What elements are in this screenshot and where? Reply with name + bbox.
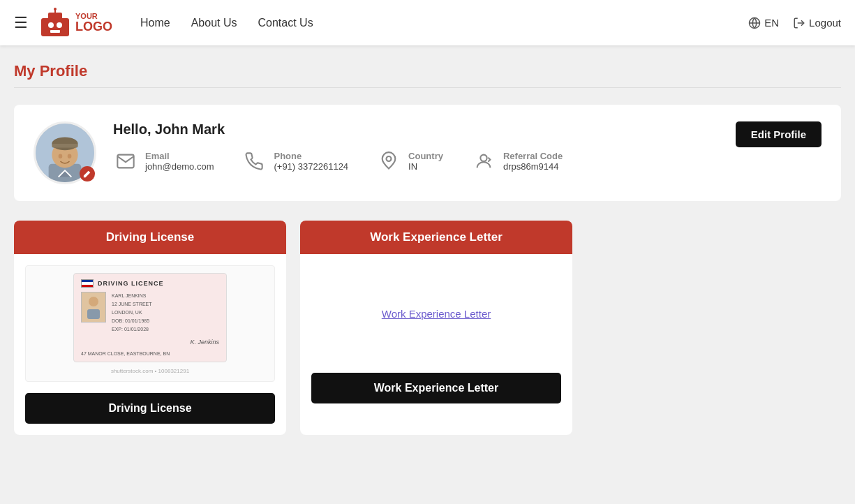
phone-label: Phone (274, 151, 348, 161)
dl-title: DRIVING LICENCE (98, 280, 164, 287)
profile-details: Email john@demo.com Phone (+91) 33722611… (113, 149, 821, 174)
svg-rect-4 (50, 30, 60, 33)
email-detail: Email john@demo.com (113, 149, 241, 174)
svg-point-2 (48, 22, 54, 28)
email-icon (113, 149, 138, 174)
page-title: My Profile (14, 62, 841, 80)
driving-license-body: DRIVING LICENCE KARL JENKINS (14, 254, 286, 393)
work-experience-link[interactable]: Work Experience Letter (382, 308, 491, 320)
doc-cards-row: Driving License DRIVING LICENCE (14, 221, 841, 435)
svg-point-17 (387, 156, 392, 161)
work-experience-button[interactable]: Work Experience Letter (311, 373, 561, 403)
work-experience-card: Work Experience Letter Work Experience L… (300, 221, 572, 435)
driving-license-card: Driving License DRIVING LICENCE (14, 221, 286, 435)
country-icon (376, 149, 401, 174)
lang-label: EN (764, 17, 779, 29)
driving-license-button[interactable]: Driving License (25, 393, 275, 424)
driving-license-footer: Driving License (14, 393, 286, 435)
main-content: My Profile (0, 45, 855, 504)
phone-detail: Phone (+91) 3372261124 (241, 149, 376, 174)
nav-about[interactable]: About Us (191, 17, 237, 29)
avatar-edit-badge[interactable] (80, 166, 95, 181)
work-experience-body: Work Experience Letter (300, 254, 572, 373)
dl-watermark: shutterstock.com • 1008321291 (111, 368, 189, 374)
svg-point-14 (59, 154, 63, 158)
svg-rect-20 (87, 309, 100, 319)
referral-value: drps86m9144 (503, 161, 563, 172)
country-label: Country (408, 151, 443, 161)
dl-flag (81, 279, 94, 288)
dl-address: 47 MANOR CLOSE, EASTBOURNE, BN (81, 351, 219, 356)
avatar-wrap (34, 121, 96, 184)
logo-text: YOUR LOGO (75, 12, 112, 34)
svg-point-3 (57, 22, 62, 28)
country-value: IN (408, 161, 443, 172)
globe-icon (748, 17, 761, 29)
navbar: ☰ YOUR LOGO Home About Us Contact Us EN (0, 0, 855, 45)
nav-home[interactable]: Home (140, 17, 170, 29)
svg-point-6 (54, 8, 57, 10)
logo: YOUR LOGO (38, 6, 112, 40)
logo-icon (38, 6, 73, 40)
referral-detail: Referral Code drps86m9144 (471, 149, 590, 174)
svg-point-19 (89, 297, 98, 306)
svg-point-18 (480, 155, 486, 161)
navbar-right: EN Logout (748, 17, 841, 29)
nav-contact[interactable]: Contact Us (258, 17, 313, 29)
email-label: Email (145, 151, 214, 161)
edit-profile-button[interactable]: Edit Profile (736, 121, 821, 147)
profile-card: Hello, John Mark Email john@demo.com (14, 105, 841, 201)
main-nav: Home About Us Contact Us (140, 17, 748, 29)
hamburger-icon[interactable]: ☰ (14, 14, 28, 32)
referral-label: Referral Code (503, 151, 563, 161)
dl-preview: DRIVING LICENCE KARL JENKINS (25, 265, 275, 382)
dl-photo (81, 292, 106, 323)
logout-label: Logout (809, 17, 841, 29)
work-experience-header: Work Experience Letter (300, 221, 572, 254)
svg-point-15 (68, 154, 72, 158)
profile-info: Hello, John Mark Email john@demo.com (113, 121, 821, 174)
dl-card-visual: DRIVING LICENCE KARL JENKINS (73, 273, 227, 362)
svg-rect-1 (48, 13, 62, 21)
phone-icon (241, 149, 267, 174)
dl-fields: KARL JENKINS 12 JUNE STREET LONDON, UK D… (112, 292, 219, 348)
language-selector[interactable]: EN (748, 17, 779, 29)
country-text: Country IN (408, 151, 443, 172)
phone-value: (+91) 3372261124 (274, 161, 348, 172)
phone-text: Phone (+91) 3372261124 (274, 151, 348, 172)
driving-license-header: Driving License (14, 221, 286, 254)
referral-text: Referral Code drps86m9144 (503, 151, 563, 172)
logout-icon (793, 17, 805, 29)
section-divider (14, 87, 841, 88)
referral-icon (471, 149, 496, 174)
country-detail: Country IN (376, 149, 471, 174)
work-experience-footer: Work Experience Letter (300, 373, 572, 415)
email-text: Email john@demo.com (145, 151, 214, 172)
svg-rect-13 (52, 144, 77, 148)
logout-button[interactable]: Logout (793, 17, 841, 29)
profile-name: Hello, John Mark (113, 121, 821, 138)
email-value: john@demo.com (145, 161, 214, 172)
